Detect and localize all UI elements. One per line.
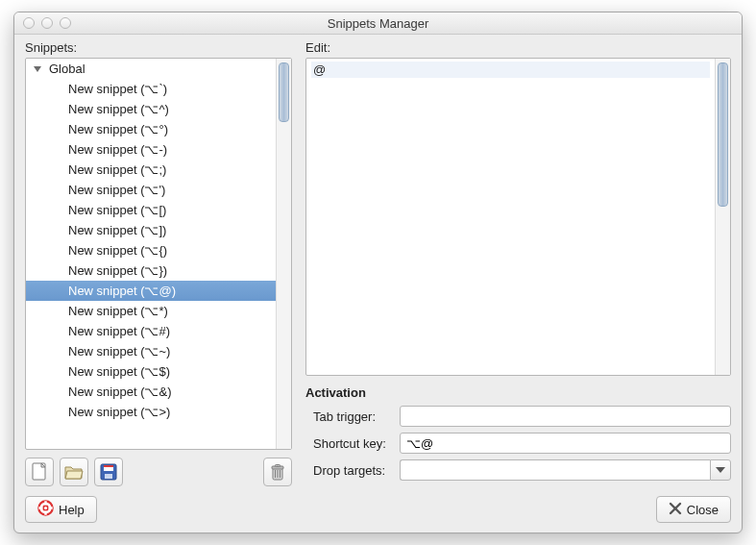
tree-group-label: Global xyxy=(49,62,85,76)
tree-item-label: New snippet (⌥') xyxy=(68,183,165,197)
tree-item-label: New snippet (⌥[) xyxy=(68,203,166,217)
open-snippet-button[interactable] xyxy=(60,458,88,486)
window-close-button[interactable] xyxy=(23,17,35,29)
help-button[interactable]: Help xyxy=(25,496,97,523)
edit-label: Edit: xyxy=(305,40,731,55)
shortcut-key-label: Shortcut key: xyxy=(305,436,400,451)
shortcut-key-input[interactable] xyxy=(400,433,731,454)
new-snippet-button[interactable] xyxy=(25,458,54,486)
tree-item[interactable]: New snippet (⌥*) xyxy=(26,301,276,321)
scrollbar-thumb[interactable] xyxy=(279,62,289,122)
window-minimize-button[interactable] xyxy=(41,17,53,29)
snippets-tree[interactable]: GlobalNew snippet (⌥`)New snippet (⌥^)Ne… xyxy=(25,58,292,450)
tree-item-label: New snippet (⌥&) xyxy=(68,384,171,399)
drop-targets-dropdown-button[interactable] xyxy=(710,459,731,481)
disclosure-triangle-icon[interactable] xyxy=(32,63,43,75)
tree-item-label: New snippet (⌥}) xyxy=(68,263,167,278)
snippets-scrollbar[interactable] xyxy=(276,59,291,449)
tree-item[interactable]: New snippet (⌥-) xyxy=(26,139,276,160)
tree-item-label: New snippet (⌥#) xyxy=(68,324,170,338)
scrollbar-thumb[interactable] xyxy=(718,62,728,207)
help-icon xyxy=(37,500,54,519)
tree-item[interactable]: New snippet (⌥]) xyxy=(26,220,276,240)
tree-item-label: New snippet (⌥]) xyxy=(68,223,166,237)
tree-group[interactable]: Global xyxy=(26,59,276,79)
tree-item-label: New snippet (⌥~) xyxy=(68,344,170,359)
tree-item-label: New snippet (⌥°) xyxy=(68,122,168,136)
close-button[interactable]: Close xyxy=(656,496,731,523)
close-button-label: Close xyxy=(687,503,719,517)
svg-marker-0 xyxy=(34,66,41,72)
window-title: Snippets Manager xyxy=(14,16,742,31)
tree-item-label: New snippet (⌥-) xyxy=(68,142,167,157)
activation-heading: Activation xyxy=(305,385,731,400)
snippet-editor[interactable]: @ xyxy=(305,58,731,376)
drop-targets-input[interactable] xyxy=(400,459,710,481)
tree-item[interactable]: New snippet (⌥[) xyxy=(26,200,276,220)
tree-item[interactable]: New snippet (⌥@) xyxy=(26,281,276,301)
svg-rect-6 xyxy=(105,474,112,479)
svg-rect-9 xyxy=(276,465,280,467)
tree-item[interactable]: New snippet (⌥{) xyxy=(26,240,276,260)
delete-snippet-button[interactable] xyxy=(263,458,292,486)
tree-item[interactable]: New snippet (⌥$) xyxy=(26,361,276,382)
tree-item[interactable]: New snippet (⌥#) xyxy=(26,321,276,341)
tree-item[interactable]: New snippet (⌥>) xyxy=(26,402,276,422)
snippets-manager-window: Snippets Manager Snippets: GlobalNew sni… xyxy=(13,12,743,533)
help-button-label: Help xyxy=(59,503,85,517)
window-zoom-button[interactable] xyxy=(60,17,71,29)
titlebar: Snippets Manager xyxy=(14,12,742,35)
close-icon xyxy=(669,502,682,518)
tree-item-label: New snippet (⌥^) xyxy=(68,102,169,116)
editor-line[interactable]: @ xyxy=(311,62,710,78)
tree-item[interactable]: New snippet (⌥&) xyxy=(26,382,276,402)
tree-item-label: New snippet (⌥`) xyxy=(68,82,167,96)
snippets-label: Snippets: xyxy=(25,40,292,55)
svg-marker-13 xyxy=(716,467,725,473)
tree-item[interactable]: New snippet (⌥^) xyxy=(26,99,276,119)
tree-item-label: New snippet (⌥@) xyxy=(68,284,176,298)
tree-item-label: New snippet (⌥{) xyxy=(68,243,167,258)
tree-item[interactable]: New snippet (⌥°) xyxy=(26,119,276,139)
tree-item[interactable]: New snippet (⌥;) xyxy=(26,160,276,180)
tree-item-label: New snippet (⌥>) xyxy=(68,405,170,419)
tree-item-label: New snippet (⌥*) xyxy=(68,304,168,318)
save-snippet-button[interactable] xyxy=(94,458,123,486)
tree-item[interactable]: New snippet (⌥`) xyxy=(26,79,276,99)
svg-point-15 xyxy=(43,506,48,510)
tab-trigger-input[interactable] xyxy=(400,406,731,427)
tree-item-label: New snippet (⌥$) xyxy=(68,364,170,379)
editor-scrollbar[interactable] xyxy=(715,59,730,375)
drop-targets-label: Drop targets: xyxy=(305,463,400,478)
tree-item[interactable]: New snippet (⌥~) xyxy=(26,341,276,361)
tree-item[interactable]: New snippet (⌥') xyxy=(26,180,276,200)
tree-item[interactable]: New snippet (⌥}) xyxy=(26,260,276,281)
svg-rect-5 xyxy=(104,465,113,467)
tree-item-label: New snippet (⌥;) xyxy=(68,162,166,177)
tab-trigger-label: Tab trigger: xyxy=(305,409,400,424)
